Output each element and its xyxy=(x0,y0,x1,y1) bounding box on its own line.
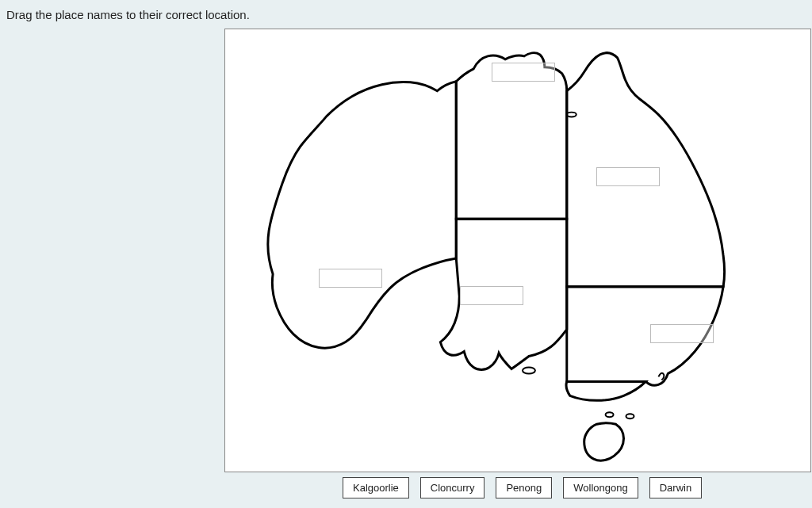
drop-target-northeast[interactable] xyxy=(596,167,660,186)
australia-map xyxy=(225,29,810,472)
svg-point-3 xyxy=(626,414,634,418)
label-cloncurry[interactable]: Cloncurry xyxy=(420,477,485,498)
label-penong[interactable]: Penong xyxy=(496,477,552,498)
labels-row: Kalgoorlie Cloncurry Penong Wollongong D… xyxy=(343,477,702,498)
label-kalgoorlie[interactable]: Kalgoorlie xyxy=(343,477,409,498)
label-darwin[interactable]: Darwin xyxy=(649,477,702,498)
drop-target-west[interactable] xyxy=(319,269,382,288)
svg-point-1 xyxy=(523,367,535,373)
label-wollongong[interactable]: Wollongong xyxy=(563,477,638,498)
drop-target-southeast[interactable] xyxy=(650,324,714,343)
svg-point-2 xyxy=(606,412,614,417)
map-container xyxy=(224,29,811,472)
drop-target-south-central[interactable] xyxy=(460,286,523,305)
instruction-text: Drag the place names to their correct lo… xyxy=(6,8,250,21)
svg-point-0 xyxy=(567,113,576,117)
drop-target-north[interactable] xyxy=(492,63,555,82)
